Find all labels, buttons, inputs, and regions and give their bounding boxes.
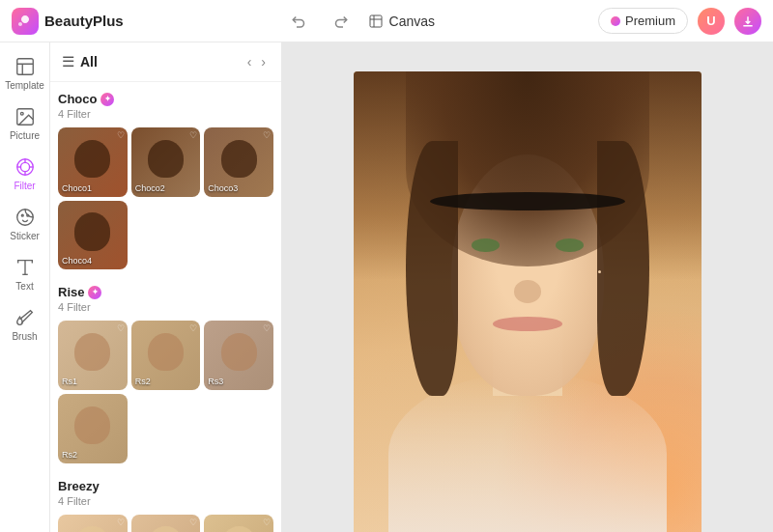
logo-area: BeautyPlus: [12, 8, 124, 35]
brz3-fav-icon: ♡: [263, 518, 271, 527]
filter-thumb-rise2[interactable]: Rs2 ♡: [131, 321, 201, 390]
premium-button[interactable]: Premium: [598, 8, 688, 34]
rise-premium-badge: ✦: [88, 286, 101, 299]
sidebar-item-template[interactable]: Template: [4, 50, 46, 97]
filter-thumb-choco2[interactable]: Choco2 ♡: [131, 127, 201, 197]
canvas-label: Canvas: [368, 14, 435, 29]
rise-section-title: Rise ✦: [58, 285, 273, 299]
filter-thumb-brz1[interactable]: BRZ1 ♡: [58, 515, 128, 532]
brz2-fav-icon: ♡: [189, 518, 197, 527]
premium-dot-icon: [611, 16, 620, 26]
filter-thumb-rise4[interactable]: Rs2: [58, 394, 128, 463]
filter-nav: ‹ ›: [243, 52, 270, 71]
filter-thumb-rise3[interactable]: Rs3 ♡: [204, 321, 273, 390]
sidebar-text-label: Text: [15, 281, 33, 292]
app-name: BeautyPlus: [44, 13, 124, 29]
filter-panel-header: ☰ All ‹ ›: [50, 42, 281, 82]
rise2-fav-icon: ♡: [189, 323, 197, 333]
filter-prev-button[interactable]: ‹: [243, 52, 256, 71]
filter-next-button[interactable]: ›: [257, 52, 270, 71]
undo-button[interactable]: [287, 9, 312, 34]
rise3-fav-icon: ♡: [263, 323, 271, 333]
filter-section-choco: Choco ✦ 4 Filter Choco1 ♡ Choco2 ♡: [58, 92, 273, 269]
canvas-area: [282, 42, 773, 532]
header-right: Premium U: [598, 8, 761, 35]
sidebar-filter-label: Filter: [14, 181, 35, 191]
filter-thumb-choco4[interactable]: Choco4: [58, 201, 128, 270]
header-center: Canvas: [133, 9, 588, 34]
brz1-fav-icon: ♡: [117, 518, 125, 527]
sidebar-icons: Template Picture Filter: [0, 42, 50, 532]
rise-section-subtitle: 4 Filter: [58, 301, 273, 313]
filter-thumb-rise1[interactable]: Rs1 ♡: [58, 321, 128, 390]
breezy-section-subtitle: 4 Filter: [58, 495, 273, 507]
breezy-section-title: Breezy: [58, 479, 273, 493]
sidebar-item-text[interactable]: Text: [4, 251, 46, 297]
filter-thumb-brz2[interactable]: BRZ2 ♡: [131, 515, 201, 532]
header: BeautyPlus Canvas Premium U: [0, 0, 773, 42]
filter-thumb-brz3[interactable]: BRZ3 ♡: [204, 515, 273, 532]
sidebar-item-sticker[interactable]: Sticker: [4, 201, 46, 247]
sidebar-brush-label: Brush: [12, 331, 37, 342]
sidebar-item-picture[interactable]: Picture: [4, 100, 46, 147]
sidebar-item-filter[interactable]: Filter: [4, 151, 46, 197]
choco-filter-row2: Choco4: [58, 201, 273, 270]
app-logo-icon: [12, 8, 39, 35]
choco-section-subtitle: 4 Filter: [58, 108, 273, 120]
user-avatar[interactable]: U: [698, 8, 725, 35]
filter-panel-title: All: [80, 54, 238, 70]
filter-scroll-area[interactable]: Choco ✦ 4 Filter Choco1 ♡ Choco2 ♡: [50, 82, 281, 532]
svg-point-5: [20, 162, 29, 171]
choco2-fav-icon: ♡: [189, 130, 197, 140]
choco-filter-row1: Choco1 ♡ Choco2 ♡ Choco3 ♡: [58, 127, 273, 197]
choco3-fav-icon: ♡: [263, 130, 271, 140]
download-button[interactable]: [734, 8, 761, 35]
rise-filter-row2: Rs2: [58, 394, 273, 463]
choco-premium-badge: ✦: [100, 93, 114, 106]
breezy-filter-row1: BRZ1 ♡ BRZ2 ♡ BRZ3 ♡: [58, 515, 273, 532]
sidebar-sticker-label: Sticker: [10, 231, 40, 241]
filter-thumb-choco1[interactable]: Choco1 ♡: [58, 127, 128, 197]
sidebar-item-brush[interactable]: Brush: [4, 301, 46, 348]
rise-filter-row1: Rs1 ♡ Rs2 ♡ Rs3 ♡: [58, 321, 273, 390]
sidebar-picture-label: Picture: [10, 130, 40, 141]
menu-icon: ☰: [62, 53, 74, 70]
filter-section-rise: Rise ✦ 4 Filter Rs1 ♡ Rs2 ♡: [58, 285, 273, 462]
rise1-fav-icon: ♡: [117, 323, 125, 333]
svg-rect-0: [370, 15, 382, 27]
filter-thumb-choco3[interactable]: Choco3 ♡: [204, 127, 273, 197]
svg-point-3: [20, 112, 23, 115]
main-content: Template Picture Filter: [0, 42, 773, 532]
svg-rect-1: [16, 59, 33, 75]
redo-button[interactable]: [328, 9, 353, 34]
sidebar-template-label: Template: [5, 80, 44, 91]
filter-panel: ☰ All ‹ › Choco ✦ 4 Filter Choco1 ♡: [50, 42, 282, 532]
choco1-fav-icon: ♡: [117, 130, 125, 140]
choco-section-title: Choco ✦: [58, 92, 273, 106]
svg-point-11: [21, 214, 23, 216]
filter-section-breezy: Breezy 4 Filter BRZ1 ♡ BRZ2 ♡: [58, 479, 273, 532]
